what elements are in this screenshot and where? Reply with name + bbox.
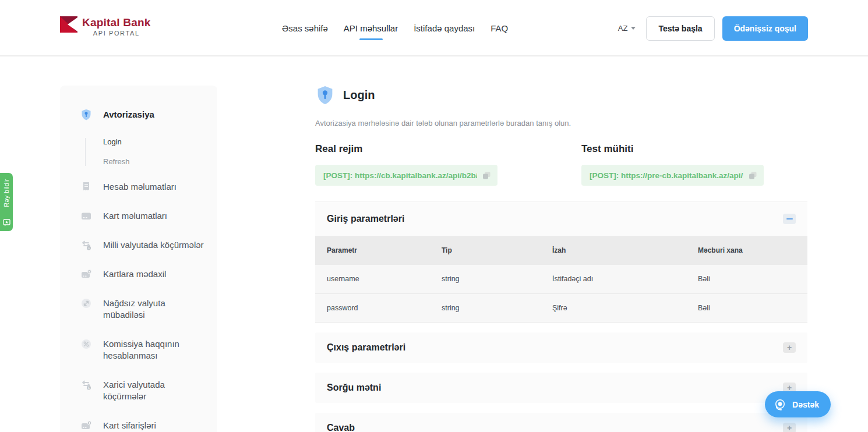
header-actions: AZ Testə başla Ödənişsiz qoşul: [618, 0, 808, 56]
environments: Real rejim [POST]: https://cb.kapitalban…: [315, 143, 807, 186]
section-output-params: Çıxış parametrləri +: [315, 332, 807, 363]
nav-item-api-products[interactable]: API məhsullar: [344, 17, 398, 39]
api-portal-page: Kapital Bank API PORTAL Əsas səhifə API …: [0, 0, 868, 432]
support-button[interactable]: Dəstək: [765, 391, 831, 417]
environment-title: Real rejim: [315, 143, 581, 155]
column-header: İzah: [552, 236, 698, 265]
section-input-params: Giriş parametrləri Parametr Tip İzah Məc…: [315, 201, 807, 323]
sidebar-item-label: Xarici valyutada köçürmələr: [103, 379, 206, 402]
param-description: İstifadəçi adı: [552, 265, 698, 293]
kapital-bank-logo[interactable]: Kapital Bank API PORTAL: [60, 16, 151, 37]
kapital-bank-logo-icon: [60, 16, 77, 33]
page-title: Login: [343, 88, 375, 102]
feedback-tab-label: Rəy bildir: [3, 179, 10, 207]
page-title-row: Login: [315, 86, 807, 105]
nav-item-usage-rules[interactable]: İstifadə qaydası: [414, 17, 475, 39]
sidebar-item-authorization[interactable]: Avtorizasiya: [80, 109, 206, 121]
sidebar-subitem-refresh[interactable]: Refresh: [103, 158, 206, 166]
card-icon: [80, 210, 92, 222]
column-header: Məcburi xana: [698, 236, 807, 265]
sidebar-item-card-topup[interactable]: Kartlara mədaxil: [80, 268, 206, 280]
card-plus-icon: [80, 420, 92, 431]
receipt-icon: [80, 181, 92, 193]
transfer-currency-icon: $: [80, 379, 92, 391]
header: Kapital Bank API PORTAL Əsas səhifə API …: [0, 0, 868, 56]
support-button-label: Dəstək: [792, 400, 819, 409]
headset-icon: [773, 398, 787, 412]
table-row: password string Şifrə Bəli: [315, 293, 807, 322]
feedback-icon: [3, 219, 10, 226]
main-content: Login Avtorizasiya mərhələsinə dair tələ…: [315, 86, 807, 432]
svg-text:₼: ₼: [88, 247, 90, 250]
param-required: Bəli: [698, 265, 807, 293]
card-plus-icon: [80, 268, 92, 280]
shield-key-icon: [80, 109, 92, 121]
sidebar-item-card-info[interactable]: Kart məlumatları: [80, 210, 206, 222]
table-header-row: Parametr Tip İzah Məcburi xana: [315, 236, 807, 265]
endpoint-url: [POST]: https://cb.kapitalbank.az/api/b2…: [323, 171, 477, 180]
expand-button[interactable]: +: [783, 342, 796, 353]
copy-icon[interactable]: [482, 171, 492, 180]
endpoint-badge-test: [POST]: https://pre-cb.kapitalbank.az/ap…: [581, 165, 764, 186]
sidebar-item-label: Nağdsız valyuta mübadiləsi: [103, 298, 206, 321]
section-header-input-params[interactable]: Giriş parametrləri: [315, 202, 807, 236]
environment-title: Test mühiti: [581, 143, 848, 155]
section-title: Cavab: [327, 423, 355, 432]
section-header-request-body[interactable]: Sorğu mətni +: [315, 373, 807, 403]
sidebar-item-label: Hesab məlumatları: [103, 181, 177, 193]
nav-item-home[interactable]: Əsas səhifə: [282, 17, 328, 39]
sidebar-item-account-info[interactable]: Hesab məlumatları: [80, 181, 206, 193]
param-required: Bəli: [698, 293, 807, 322]
sidebar-item-card-orders[interactable]: Kart sifarişləri: [80, 420, 206, 431]
sidebar-item-national-transfers[interactable]: ₼ Milli valyutada köçürmələr: [80, 239, 206, 251]
input-params-table: Parametr Tip İzah Məcburi xana username …: [315, 236, 807, 323]
transfer-manat-icon: ₼: [80, 239, 92, 251]
param-type: string: [442, 293, 552, 322]
sidebar-item-label: Avtorizasiya: [103, 109, 154, 121]
sidebar-item-label: Kartlara mədaxil: [103, 268, 166, 280]
collapse-button[interactable]: [783, 214, 796, 224]
main-nav: Əsas səhifə API məhsullar İstifadə qayda…: [282, 0, 508, 56]
param-description: Şifrə: [552, 293, 698, 322]
logo-brand-text: Kapital Bank: [82, 16, 151, 29]
endpoint-url: [POST]: https://pre-cb.kapitalbank.az/ap…: [590, 171, 743, 180]
sidebar-item-foreign-transfers[interactable]: $ Xarici valyutada köçürmələr: [80, 379, 206, 402]
nav-item-faq[interactable]: FAQ: [491, 17, 508, 39]
section-request-body: Sorğu mətni +: [315, 373, 807, 403]
language-selector[interactable]: AZ: [618, 24, 636, 33]
environment-test: Test mühiti [POST]: https://pre-cb.kapit…: [581, 143, 848, 186]
authorization-subitems: Login Refresh: [85, 138, 206, 166]
start-test-button[interactable]: Testə başla: [646, 16, 714, 41]
param-name: password: [315, 293, 442, 322]
param-name: username: [315, 265, 442, 293]
copy-icon[interactable]: [748, 171, 758, 180]
sidebar-item-label: Kart sifarişləri: [103, 420, 156, 431]
language-value: AZ: [618, 24, 628, 33]
svg-text:$: $: [88, 386, 90, 389]
section-header-response[interactable]: Cavab +: [315, 413, 807, 432]
join-free-button[interactable]: Ödənişsiz qoşul: [722, 16, 808, 41]
endpoint-badge-real: [POST]: https://cb.kapitalbank.az/api/b2…: [315, 165, 497, 186]
sidebar-item-label: Milli valyutada köçürmələr: [103, 239, 204, 251]
section-title: Giriş parametrləri: [327, 214, 404, 224]
param-type: string: [442, 265, 552, 293]
section-header-output-params[interactable]: Çıxış parametrləri +: [315, 332, 807, 363]
sidebar-item-label: Komissiya haqqının hesablanması: [103, 338, 206, 362]
page-description: Avtorizasiya mərhələsinə dair tələb olun…: [315, 119, 807, 128]
feedback-tab[interactable]: Rəy bildir: [0, 173, 13, 231]
chevron-down-icon: [631, 27, 636, 30]
shield-key-icon: [315, 86, 335, 105]
sidebar-subitem-login[interactable]: Login: [103, 138, 206, 146]
column-header: Parametr: [315, 236, 442, 265]
currency-exchange-icon: [80, 298, 92, 309]
section-title: Çıxış parametrləri: [327, 342, 405, 353]
sidebar-item-commission-calc[interactable]: Komissiya haqqının hesablanması: [80, 338, 206, 362]
logo-subtitle: API PORTAL: [93, 30, 140, 37]
section-title: Sorğu mətni: [327, 383, 381, 393]
sidebar-item-cashless-exchange[interactable]: Nağdsız valyuta mübadiləsi: [80, 298, 206, 321]
sidebar: Avtorizasiya Login Refresh Hesab məlumat…: [60, 86, 217, 432]
expand-button[interactable]: +: [783, 423, 796, 432]
environment-real: Real rejim [POST]: https://cb.kapitalban…: [315, 143, 581, 186]
table-row: username string İstifadəçi adı Bəli: [315, 265, 807, 293]
sidebar-item-label: Kart məlumatları: [103, 210, 167, 222]
